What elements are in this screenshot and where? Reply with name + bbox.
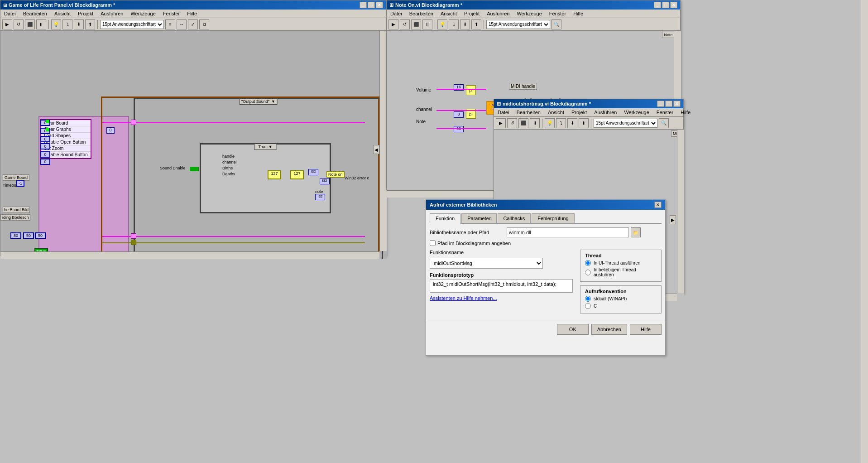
midi-abort[interactable]: ⬛ <box>518 118 528 128</box>
midi-menu-projekt[interactable]: Projekt <box>570 109 589 116</box>
pause-button[interactable]: ⏸ <box>36 19 46 29</box>
note-menu-projekt[interactable]: Projekt <box>462 10 481 17</box>
note-step-into[interactable]: ⬇ <box>460 19 470 29</box>
midi-menu-fenster[interactable]: Fenster <box>655 109 675 116</box>
font-select[interactable]: 15pt Anwendungsschriftart <box>100 20 164 29</box>
menu-datei[interactable]: Datei <box>2 10 18 17</box>
note-highlight[interactable]: 💡 <box>437 19 447 29</box>
note-minimize[interactable]: _ <box>654 2 661 8</box>
note-step-out[interactable]: ⬆ <box>471 19 481 29</box>
extlib-close-btn[interactable]: ✕ <box>654 202 662 208</box>
midi-menu-datei[interactable]: Datei <box>496 109 511 116</box>
midi-collapse-arrow[interactable]: ▶ <box>670 215 676 224</box>
midi-menu-ansicht[interactable]: Ansicht <box>546 109 566 116</box>
note-run-cont[interactable]: ↺ <box>400 19 410 29</box>
note-menu-hilfe[interactable]: Hilfe <box>571 10 585 17</box>
menu-werkzeuge[interactable]: Werkzeuge <box>129 10 157 17</box>
midi-step-out[interactable]: ⬆ <box>579 118 589 128</box>
midi-highlight[interactable]: 💡 <box>545 118 555 128</box>
midi-run-cont[interactable]: ↺ <box>507 118 517 128</box>
midi-menu-ausfuhren[interactable]: Ausführen <box>592 109 619 116</box>
note-menu-fenster[interactable]: Fenster <box>547 10 568 17</box>
note-run[interactable]: ▶ <box>388 19 398 29</box>
midi-menu-bearbeiten[interactable]: Bearbeiten <box>515 109 542 116</box>
close-button[interactable]: ✕ <box>376 2 383 8</box>
main-scrollbar-v[interactable] <box>379 31 387 251</box>
align-button[interactable]: ≡ <box>165 19 175 29</box>
callconv-radio-c[interactable] <box>585 303 591 309</box>
timeout-value[interactable]: -1 <box>16 180 24 187</box>
midi-font-select[interactable]: 15pt Anwendungsschriftart <box>594 119 657 128</box>
callconv-radio-stdcall[interactable] <box>585 296 591 302</box>
tab-funktion[interactable]: Funktion <box>430 213 460 224</box>
midi-search[interactable]: 🔍 <box>659 118 669 128</box>
note-menu-ausfuhren[interactable]: Ausführen <box>485 10 511 17</box>
highlight-button[interactable]: 💡 <box>51 19 61 29</box>
lib-name-input[interactable] <box>507 227 629 237</box>
maximize-button[interactable]: □ <box>368 2 375 8</box>
midi-step-over[interactable]: ⤵ <box>556 118 566 128</box>
num-80[interactable]: 80 <box>10 232 21 239</box>
note-menu-datei[interactable]: Datei <box>388 10 404 17</box>
num-ctrl-3[interactable]: 0 <box>40 136 50 142</box>
sound-enable-ctrl[interactable] <box>190 167 199 171</box>
step-into-button[interactable]: ⬇ <box>74 19 84 29</box>
help-wizard-link[interactable]: Assistenten zu Hilfe nehmen... <box>430 295 497 301</box>
true-case-selector[interactable]: True ▼ <box>254 144 276 150</box>
midi-maximize[interactable]: □ <box>665 101 672 107</box>
run-button[interactable]: ▶ <box>2 19 12 29</box>
note-menu-bearbeiten[interactable]: Bearbeiten <box>408 10 435 17</box>
help-button[interactable]: Hilfe <box>630 324 662 335</box>
case-selector[interactable]: "Output Sound" ▼ <box>239 98 278 105</box>
collapse-arrow[interactable]: ◀ <box>373 145 379 154</box>
note-menu-ansicht[interactable]: Ansicht <box>439 10 459 17</box>
midi-close[interactable]: ✕ <box>673 101 681 107</box>
note-close[interactable]: ✕ <box>670 2 677 8</box>
i32-box-1: I32 <box>308 169 318 175</box>
note-maximize[interactable]: □ <box>662 2 669 8</box>
num-50-2[interactable]: 50 <box>35 232 46 239</box>
num-50-1[interactable]: 50 <box>23 232 34 239</box>
note-abort[interactable]: ⬛ <box>411 19 421 29</box>
midi-minimize[interactable]: _ <box>657 101 664 107</box>
num-ctrl-4[interactable]: 0 <box>40 143 50 150</box>
run-continuously-button[interactable]: ↺ <box>14 19 24 29</box>
note-font-select[interactable]: 15pt Anwendungsschriftart <box>486 20 550 29</box>
step-over-button[interactable]: ⤵ <box>62 19 72 29</box>
tab-parameter[interactable]: Parameter <box>461 213 496 223</box>
midi-step-into[interactable]: ⬇ <box>567 118 577 128</box>
reorder-button[interactable]: ⧉ <box>199 19 209 29</box>
menu-ansicht[interactable]: Ansicht <box>53 10 72 17</box>
minimize-button[interactable]: _ <box>360 2 367 8</box>
thread-radio-2[interactable] <box>585 270 591 275</box>
midi-run[interactable]: ▶ <box>496 118 506 128</box>
distribute-button[interactable]: ↔ <box>177 19 187 29</box>
menu-hilfe[interactable]: Hilfe <box>185 10 199 17</box>
num-ctrl-5[interactable]: 0 <box>40 151 50 158</box>
note-search[interactable]: 🔍 <box>551 19 561 29</box>
note-pause[interactable]: ⏸ <box>422 19 432 29</box>
func-name-select[interactable]: midiOutShortMsg <box>430 258 543 269</box>
midi-menu-werkzeuge[interactable]: Werkzeuge <box>622 109 651 116</box>
path-checkbox[interactable] <box>430 240 436 246</box>
cancel-button[interactable]: Abbrechen <box>591 324 627 335</box>
num-ctrl-6[interactable]: 0 <box>40 159 50 165</box>
abort-button[interactable]: ⬛ <box>25 19 35 29</box>
menu-fenster[interactable]: Fenster <box>161 10 182 17</box>
resize-button[interactable]: ⤢ <box>188 19 198 29</box>
ok-button[interactable]: OK <box>557 324 589 335</box>
menu-ausfuhren[interactable]: Ausführen <box>99 10 125 17</box>
thread-radio-1[interactable] <box>585 260 591 266</box>
step-out-button[interactable]: ⬆ <box>85 19 95 29</box>
tab-fehlerpruefung[interactable]: Fehlerprüfung <box>532 213 575 223</box>
midi-menu-hilfe[interactable]: Hilfe <box>679 109 692 116</box>
midi-pause[interactable]: ⏸ <box>530 118 540 128</box>
menu-projekt[interactable]: Projekt <box>76 10 95 17</box>
browse-lib-btn[interactable]: 📁 <box>631 227 641 237</box>
note-step-over[interactable]: ⤵ <box>449 19 459 29</box>
tab-callbacks[interactable]: Callbacks <box>498 213 531 223</box>
note-menu-werkzeuge[interactable]: Werkzeuge <box>515 10 543 17</box>
main-scrollbar-h[interactable] <box>0 251 379 259</box>
menu-bearbeiten[interactable]: Bearbeiten <box>21 10 49 17</box>
midi-scrollbar-v[interactable] <box>677 130 684 293</box>
